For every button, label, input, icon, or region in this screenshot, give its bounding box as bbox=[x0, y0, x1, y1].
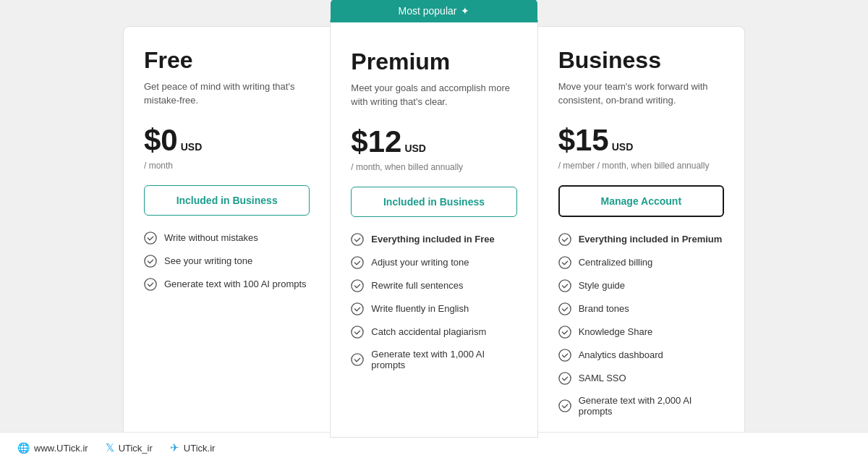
svg-point-0 bbox=[145, 232, 156, 243]
svg-point-13 bbox=[559, 326, 571, 337]
price-period-business: / member / month, when billed annually bbox=[558, 161, 724, 172]
plan-card-business: Business Move your team's work forward w… bbox=[538, 26, 745, 438]
feature-item: Centralized billing bbox=[558, 256, 724, 269]
premium-plan-button[interactable]: Included in Business bbox=[351, 187, 516, 217]
feature-text: Catch accidental plagiarism bbox=[371, 326, 486, 337]
price-currency-free: USD bbox=[181, 141, 203, 153]
svg-point-8 bbox=[352, 353, 363, 365]
feature-item: Generate text with 1,000 AI prompts bbox=[351, 349, 516, 370]
feature-text: Write fluently in English bbox=[371, 303, 469, 314]
check-icon bbox=[558, 399, 571, 412]
feature-text: Everything included in Free bbox=[371, 234, 494, 245]
price-period-premium: / month, when billed annually bbox=[351, 162, 516, 174]
svg-point-11 bbox=[559, 279, 571, 291]
plan-description-premium: Meet your goals and accomplish more with… bbox=[351, 81, 516, 110]
feature-item: See your writing tone bbox=[144, 255, 310, 268]
check-icon bbox=[144, 278, 157, 291]
globe-icon: 🌐 bbox=[17, 442, 30, 454]
svg-point-14 bbox=[559, 349, 571, 360]
feature-text: SAML SSO bbox=[579, 373, 626, 383]
plan-name-business: Business bbox=[558, 47, 724, 74]
footer-twitter-text: UTick_ir bbox=[119, 443, 153, 454]
svg-point-1 bbox=[145, 255, 156, 266]
feature-item: Analytics dashboard bbox=[558, 349, 724, 362]
feature-item: Rewrite full sentences bbox=[351, 279, 516, 292]
feature-item: Generate text with 100 AI prompts bbox=[144, 278, 310, 291]
page-wrapper: Free Get peace of mind with writing that… bbox=[0, 0, 868, 463]
feature-item: Brand tones bbox=[558, 302, 724, 315]
feature-item: Everything included in Free bbox=[351, 233, 516, 246]
svg-point-16 bbox=[559, 399, 571, 411]
check-icon bbox=[558, 233, 571, 246]
feature-text: Generate text with 100 AI prompts bbox=[164, 279, 307, 289]
features-list-business: Everything included in Premium Centraliz… bbox=[558, 233, 724, 417]
feature-item: Catch accidental plagiarism bbox=[351, 326, 516, 339]
business-plan-button[interactable]: Manage Account bbox=[558, 185, 724, 217]
check-icon bbox=[558, 256, 571, 269]
feature-text: Generate text with 1,000 AI prompts bbox=[371, 349, 516, 370]
price-amount-business: $15 bbox=[558, 123, 609, 158]
price-currency-business: USD bbox=[612, 141, 634, 153]
check-icon bbox=[558, 349, 571, 362]
features-list-premium: Everything included in Free Adjust your … bbox=[351, 233, 516, 370]
most-popular-label: Most popular bbox=[399, 5, 457, 17]
check-icon bbox=[558, 372, 571, 385]
feature-item: Style guide bbox=[558, 279, 724, 292]
plan-description-free: Get peace of mind with writing that's mi… bbox=[144, 80, 310, 109]
svg-point-3 bbox=[352, 233, 363, 245]
footer-website-text: www.UTick.ir bbox=[34, 443, 88, 454]
plan-name-premium: Premium bbox=[351, 48, 516, 75]
feature-item: Adjust your writing tone bbox=[351, 256, 516, 269]
feature-item: Everything included in Premium bbox=[558, 233, 724, 246]
svg-point-9 bbox=[559, 233, 571, 245]
feature-text: Generate text with 2,000 AI prompts bbox=[579, 395, 724, 417]
free-plan-button[interactable]: Included in Business bbox=[144, 185, 310, 216]
svg-point-7 bbox=[352, 326, 363, 337]
feature-text: Style guide bbox=[579, 280, 625, 291]
feature-text: Everything included in Premium bbox=[579, 234, 723, 245]
check-icon bbox=[351, 256, 364, 269]
plan-name-free: Free bbox=[144, 47, 310, 74]
plan-card-premium: Most popular ✦ Premium Meet your goals a… bbox=[330, 20, 537, 438]
feature-text: See your writing tone bbox=[164, 255, 252, 266]
svg-point-15 bbox=[559, 372, 571, 383]
check-icon bbox=[351, 279, 364, 292]
check-icon bbox=[351, 233, 364, 246]
check-icon bbox=[351, 302, 364, 315]
feature-text: Centralized billing bbox=[579, 257, 653, 268]
price-amount-free: $0 bbox=[144, 123, 178, 158]
check-icon bbox=[558, 279, 571, 292]
price-row-free: $0 USD bbox=[144, 123, 310, 158]
plan-card-free: Free Get peace of mind with writing that… bbox=[123, 26, 330, 438]
feature-text: Write without mistakes bbox=[164, 232, 258, 243]
telegram-icon: ✈ bbox=[170, 441, 179, 454]
footer-website: 🌐 www.UTick.ir bbox=[17, 442, 88, 454]
price-period-free: / month bbox=[144, 161, 310, 172]
feature-item: Write without mistakes bbox=[144, 232, 310, 245]
feature-item: SAML SSO bbox=[558, 372, 724, 385]
feature-text: Brand tones bbox=[579, 303, 629, 314]
footer-telegram-text: UTick.ir bbox=[184, 443, 216, 454]
check-icon bbox=[144, 232, 157, 245]
svg-point-6 bbox=[352, 302, 363, 314]
svg-point-2 bbox=[145, 278, 156, 289]
twitter-icon: 𝕏 bbox=[106, 441, 114, 454]
feature-item: Generate text with 2,000 AI prompts bbox=[558, 395, 724, 417]
price-row-business: $15 USD bbox=[558, 123, 724, 158]
feature-item: Write fluently in English bbox=[351, 302, 516, 315]
svg-point-5 bbox=[352, 279, 363, 291]
feature-text: Analytics dashboard bbox=[579, 349, 663, 360]
footer-twitter: 𝕏 UTick_ir bbox=[106, 441, 153, 454]
price-row-premium: $12 USD bbox=[351, 124, 516, 159]
pricing-container: Free Get peace of mind with writing that… bbox=[123, 26, 745, 438]
svg-point-12 bbox=[559, 302, 571, 314]
feature-item: Knowledge Share bbox=[558, 326, 724, 339]
feature-text: Knowledge Share bbox=[579, 326, 653, 337]
check-icon bbox=[351, 326, 364, 339]
price-currency-premium: USD bbox=[404, 143, 426, 154]
sparkle-icon: ✦ bbox=[461, 5, 469, 17]
features-list-free: Write without mistakes See your writing … bbox=[144, 232, 310, 291]
check-icon bbox=[558, 302, 571, 315]
feature-text: Rewrite full sentences bbox=[371, 280, 463, 291]
check-icon bbox=[144, 255, 157, 268]
